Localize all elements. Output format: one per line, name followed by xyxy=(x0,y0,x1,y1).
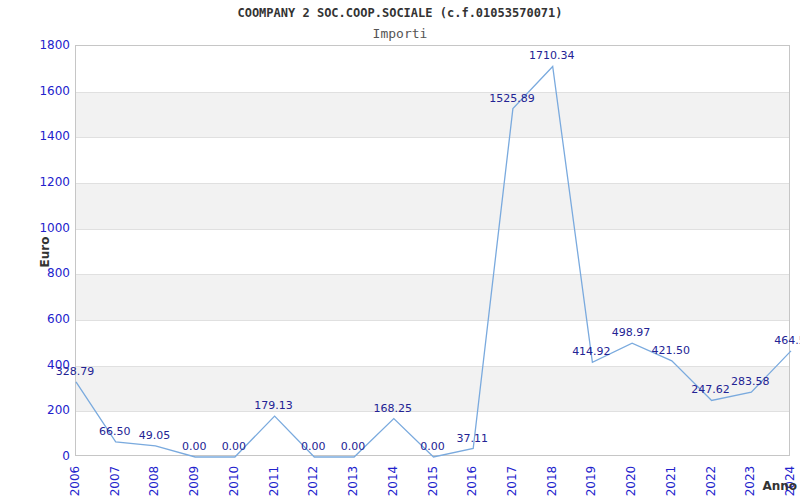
y-tick-label: 400 xyxy=(0,358,70,372)
x-tick-label: 2018 xyxy=(545,461,559,500)
y-tick-label: 1200 xyxy=(0,175,70,189)
data-line-svg xyxy=(76,46,791,457)
x-tick-label: 2012 xyxy=(306,461,320,500)
x-tick-label: 2023 xyxy=(743,461,757,500)
x-tick-label: 2009 xyxy=(187,461,201,500)
y-tick-label: 0 xyxy=(0,449,70,463)
x-tick-label: 2008 xyxy=(147,461,161,500)
x-tick-label: 2022 xyxy=(704,461,718,500)
chart-title: COOMPANY 2 SOC.COOP.SOCIALE (c.f.0105357… xyxy=(0,6,800,20)
x-tick-label: 2007 xyxy=(108,461,122,500)
x-tick-label: 2010 xyxy=(227,461,241,500)
y-axis-label: Euro xyxy=(38,232,52,272)
chart-subtitle: Importi xyxy=(0,26,800,41)
x-tick-label: 2019 xyxy=(584,461,598,500)
y-tick-label: 200 xyxy=(0,403,70,417)
data-line xyxy=(76,67,791,458)
x-tick-label: 2016 xyxy=(465,461,479,500)
y-tick-label: 1000 xyxy=(0,221,70,235)
x-tick-label: 2013 xyxy=(346,461,360,500)
x-tick-label: 2011 xyxy=(267,461,281,500)
x-tick-label: 2014 xyxy=(386,461,400,500)
x-tick-label: 2021 xyxy=(664,461,678,500)
x-tick-label: 2015 xyxy=(426,461,440,500)
y-tick-label: 600 xyxy=(0,312,70,326)
x-axis-label: Anno xyxy=(762,479,797,493)
y-tick-label: 1600 xyxy=(0,84,70,98)
y-tick-label: 1400 xyxy=(0,129,70,143)
x-tick-label: 2017 xyxy=(505,461,519,500)
x-tick-label: 2006 xyxy=(68,461,82,500)
plot-area xyxy=(75,45,790,456)
y-tick-label: 800 xyxy=(0,266,70,280)
x-tick-label: 2020 xyxy=(624,461,638,500)
